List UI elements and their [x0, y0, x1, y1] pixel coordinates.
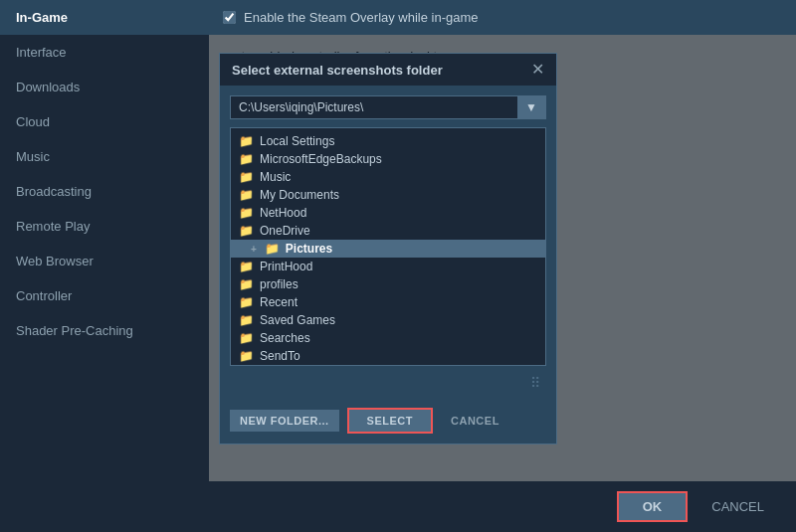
overlay-checkbox[interactable] [223, 11, 236, 24]
folder-icon: 📁 [239, 224, 254, 238]
tree-item-onedrive[interactable]: 📁 OneDrive [231, 222, 545, 240]
tree-item-saved-games[interactable]: 📁 Saved Games [231, 311, 545, 329]
path-dropdown-button[interactable]: ▼ [517, 96, 545, 118]
path-bar: ▼ [230, 95, 546, 119]
sidebar-item-cloud[interactable]: Cloud [0, 104, 209, 139]
sidebar-item-remote-play[interactable]: Remote Play [0, 209, 209, 244]
tree-item-label: NetHood [260, 206, 306, 220]
tree-item-profiles[interactable]: 📁 profiles [231, 275, 545, 293]
tree-item-music[interactable]: 📁 Music [231, 168, 545, 186]
sidebar-item-controller[interactable]: Controller [0, 278, 209, 313]
tree-item-label: Saved Games [260, 313, 335, 327]
ok-button[interactable]: OK [617, 491, 689, 522]
modal-overlay: Select external screenshots folder ✕ ▼ [209, 35, 796, 481]
folder-icon: 📁 [239, 295, 254, 309]
folder-icon: 📁 [239, 206, 254, 220]
tree-item-label: MicrosoftEdgeBackups [260, 152, 382, 166]
sidebar: In-Game Interface Downloads Cloud Music … [0, 0, 209, 532]
file-tree[interactable]: 📁 Local Settings 📁 MicrosoftEdgeBackups … [230, 127, 546, 366]
tree-item-label: Searches [260, 331, 310, 345]
sidebar-item-shader-pre-caching[interactable]: Shader Pre-Caching [0, 313, 209, 348]
tree-item-start-menu[interactable]: 📁 Start Menu [231, 365, 545, 366]
sidebar-item-music[interactable]: Music [0, 139, 209, 174]
main-layout: In-Game Interface Downloads Cloud Music … [0, 0, 796, 532]
right-panel: put enabled controller from the desktop … [209, 35, 796, 481]
folder-icon: 📁 [239, 277, 254, 291]
tree-item-microsoft-edge-backups[interactable]: 📁 MicrosoftEdgeBackups [231, 150, 545, 168]
sidebar-item-broadcasting[interactable]: Broadcasting [0, 174, 209, 209]
tree-item-printhood[interactable]: 📁 PrintHood [231, 258, 545, 275]
resize-handle[interactable]: ⠿ [230, 374, 546, 392]
folder-icon: 📁 [239, 152, 254, 166]
sidebar-item-interface[interactable]: Interface [0, 35, 209, 70]
tree-item-label: SendTo [260, 349, 300, 363]
content-area: Enable the Steam Overlay while in-game p… [209, 0, 796, 532]
folder-icon: 📁 [239, 134, 254, 148]
folder-icon: 📁 [239, 349, 254, 363]
tree-item-local-settings[interactable]: 📁 Local Settings [231, 132, 545, 150]
tree-item-label: Pictures [286, 242, 332, 256]
folder-icon: 📁 [239, 170, 254, 184]
tree-item-searches[interactable]: 📁 Searches [231, 329, 545, 347]
tree-item-recent[interactable]: 📁 Recent [231, 293, 545, 311]
sidebar-item-downloads[interactable]: Downloads [0, 70, 209, 104]
select-button[interactable]: SELECT [347, 408, 433, 434]
folder-icon: 📁 [265, 242, 280, 256]
modal-title: Select external screenshots folder [232, 63, 443, 78]
sidebar-item-web-browser[interactable]: Web Browser [0, 244, 209, 278]
modal-cancel-button[interactable]: CANCEL [441, 410, 509, 432]
tree-item-pictures[interactable]: + 📁 Pictures [231, 240, 545, 258]
modal-header: Select external screenshots folder ✕ [220, 54, 556, 86]
sidebar-item-in-game[interactable]: In-Game [0, 0, 209, 35]
top-bar: Enable the Steam Overlay while in-game [209, 0, 796, 35]
tree-item-label: Music [260, 170, 291, 184]
folder-icon: 📁 [239, 260, 254, 273]
folder-icon: 📁 [239, 188, 254, 202]
cancel-button[interactable]: CANCEL [697, 493, 778, 520]
tree-item-label: Recent [260, 295, 298, 309]
tree-item-sendto[interactable]: 📁 SendTo [231, 347, 545, 365]
bottom-bar: OK CANCEL [209, 481, 796, 532]
path-input[interactable] [231, 96, 517, 118]
overlay-label: Enable the Steam Overlay while in-game [244, 10, 479, 25]
tree-item-label: My Documents [260, 188, 339, 202]
tree-item-label: Local Settings [260, 134, 334, 148]
modal-body: ▼ 📁 Local Settings 📁 MicrosoftEdgeBackup… [220, 86, 556, 402]
expand-icon: + [251, 244, 257, 255]
tree-item-label: PrintHood [260, 260, 312, 273]
tree-item-label: profiles [260, 277, 298, 291]
modal-close-button[interactable]: ✕ [531, 62, 544, 78]
tree-item-label: OneDrive [260, 224, 310, 238]
folder-icon: 📁 [239, 331, 254, 345]
file-picker-modal: Select external screenshots folder ✕ ▼ [219, 53, 557, 444]
tree-item-my-documents[interactable]: 📁 My Documents [231, 186, 545, 204]
modal-footer: NEW FOLDER... SELECT CANCEL [220, 402, 556, 443]
tree-item-nethood[interactable]: 📁 NetHood [231, 204, 545, 222]
new-folder-button[interactable]: NEW FOLDER... [230, 410, 339, 432]
folder-icon: 📁 [239, 313, 254, 327]
